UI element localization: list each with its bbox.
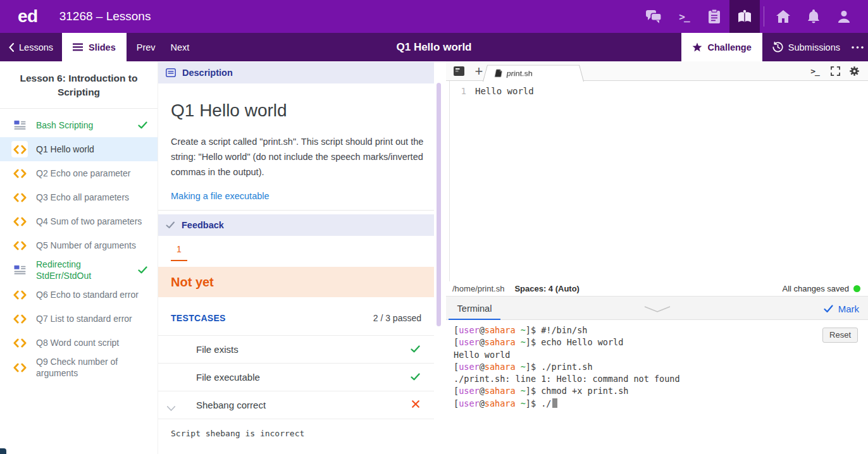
page-title: Q1 Hello world bbox=[396, 41, 471, 54]
terminal-output[interactable]: Reset [user@sahara ~]$ #!/bin/sh[user@sa… bbox=[446, 320, 868, 454]
prev-button[interactable]: Prev bbox=[137, 42, 156, 52]
slide-icon bbox=[11, 262, 28, 278]
code-editor[interactable]: 1 Hello world bbox=[449, 81, 868, 281]
testcase-detail: Script shebang is incorrect bbox=[158, 419, 434, 438]
feedback-section-header[interactable]: Feedback bbox=[158, 214, 434, 236]
sidebar-item-label: Q5 Number of arguments bbox=[36, 240, 151, 251]
line-number: 1 bbox=[450, 85, 466, 97]
terminal-tab-label: Terminal bbox=[457, 304, 492, 314]
sidebar-item[interactable]: Q1 Hello world bbox=[0, 137, 158, 161]
tab-challenge[interactable]: Challenge bbox=[681, 33, 762, 61]
sidebar-item[interactable]: Q4 Sum of two parameters bbox=[0, 209, 158, 233]
code-icon bbox=[11, 310, 28, 327]
user-icon-svg bbox=[837, 9, 851, 23]
testcase-row[interactable]: Shebang correct bbox=[158, 391, 434, 419]
attempt-tab-1[interactable]: 1 bbox=[171, 244, 187, 261]
code-icon bbox=[11, 334, 28, 351]
description-section-header[interactable]: Description bbox=[158, 62, 434, 83]
slide-icon-svg bbox=[14, 120, 26, 130]
terminal-prompt-line: [user@sahara ~]$ #!/bin/sh bbox=[454, 324, 868, 336]
prev-label: Prev bbox=[137, 42, 156, 52]
indent-setting[interactable]: Spaces: 4 (Auto) bbox=[514, 284, 580, 293]
tab-slides[interactable]: Slides bbox=[62, 33, 127, 61]
code-icon-svg bbox=[13, 169, 27, 178]
back-label: Lessons bbox=[19, 42, 53, 52]
submissions-button[interactable]: Submissions bbox=[772, 42, 840, 52]
sidebar-item-label: Q9 Check number of arguments bbox=[36, 356, 151, 379]
fullscreen-icon[interactable] bbox=[828, 61, 843, 81]
file-explorer-icon[interactable] bbox=[451, 61, 466, 81]
code-icon-svg bbox=[13, 290, 27, 300]
sidebar-item-label: Q3 Echo all parameters bbox=[36, 192, 151, 203]
file-path: /home/print.sh bbox=[452, 284, 504, 293]
code-icon-svg bbox=[13, 193, 27, 202]
question-title: Q1 Hello world bbox=[171, 101, 434, 121]
navbar: Lessons Slides Prev Next Q1 Hello world … bbox=[0, 33, 868, 61]
completed-check-icon bbox=[138, 121, 147, 129]
code-icon bbox=[11, 237, 28, 254]
tab-terminal[interactable]: Terminal bbox=[449, 297, 500, 321]
making-file-executable-link[interactable]: Making a file executable bbox=[171, 191, 270, 201]
sidebar-item[interactable]: Q6 Echo to standard error bbox=[0, 283, 158, 307]
sidebar-item[interactable]: Q2 Echo one parameter bbox=[0, 161, 158, 185]
course-title: 31268 – Lessons bbox=[59, 9, 151, 23]
terminal-prompt-line: [user@sahara ~]$ chmod +x print.sh bbox=[454, 385, 868, 397]
code-icon-svg bbox=[13, 314, 27, 324]
code-icon-svg bbox=[13, 338, 27, 348]
testcase-row[interactable]: File exists bbox=[158, 335, 434, 363]
lessons-book-icon[interactable] bbox=[729, 0, 760, 33]
terminal-glyph: >_ bbox=[679, 11, 688, 23]
clipboard-icon-svg bbox=[708, 9, 721, 24]
home-icon[interactable] bbox=[768, 0, 798, 33]
topbar-icons: >_ bbox=[638, 0, 868, 33]
discussion-icon[interactable] bbox=[638, 0, 669, 33]
back-to-lessons-button[interactable]: Lessons bbox=[9, 42, 53, 52]
workspaces-terminal-icon[interactable]: >_ bbox=[669, 0, 699, 33]
testcases-header: TESTCASES 2 / 3 passed bbox=[158, 313, 434, 323]
sidebar-item[interactable]: Bash Scripting bbox=[0, 113, 158, 137]
assessments-icon[interactable] bbox=[699, 0, 729, 33]
sidebar-item[interactable]: Q7 List to standard error bbox=[0, 307, 158, 331]
challenge-label: Challenge bbox=[708, 42, 752, 52]
sidebar-item[interactable]: Q5 Number of arguments bbox=[0, 233, 158, 257]
terminal-cursor bbox=[552, 398, 557, 408]
topbar-divider bbox=[764, 6, 764, 27]
corner-widget bbox=[0, 448, 6, 454]
sidebar-item[interactable]: Q9 Check number of arguments bbox=[0, 355, 158, 380]
mark-check-icon bbox=[824, 305, 833, 313]
testcase-fail-icon bbox=[411, 400, 420, 411]
lesson-sidebar: Lesson 6: Introduction to Scripting Bash… bbox=[0, 61, 158, 454]
sidebar-item[interactable]: Q8 Word count script bbox=[0, 331, 158, 355]
app-window: ed 31268 – Lessons >_ bbox=[0, 0, 868, 454]
reset-button[interactable]: Reset bbox=[822, 328, 858, 343]
testcase-name: Shebang correct bbox=[196, 400, 411, 410]
mark-button[interactable]: Mark bbox=[824, 297, 859, 321]
sidebar-item[interactable]: Q3 Echo all parameters bbox=[0, 185, 158, 209]
notifications-bell-icon[interactable] bbox=[798, 0, 829, 33]
editor-toolbar: + print.sh >_ bbox=[446, 61, 868, 81]
account-user-icon[interactable] bbox=[829, 0, 859, 33]
discussion-icon-svg bbox=[645, 9, 662, 24]
testcase-pass-icon bbox=[411, 344, 420, 355]
panel-scrollbar-thumb[interactable] bbox=[437, 83, 441, 326]
sidebar-item[interactable]: Redirecting StdErr/StdOut bbox=[0, 257, 158, 283]
collapse-terminal-handle[interactable] bbox=[643, 304, 671, 316]
chevron-down-icon[interactable] bbox=[166, 403, 176, 414]
code-icon bbox=[11, 141, 28, 157]
code-icon bbox=[11, 213, 28, 230]
next-button[interactable]: Next bbox=[171, 42, 190, 52]
settings-gear-icon[interactable] bbox=[846, 61, 862, 81]
code-icon bbox=[11, 165, 28, 181]
sidebar-item-label: Q8 Word count script bbox=[36, 337, 151, 348]
slide-icon-svg bbox=[14, 265, 26, 275]
more-menu-button[interactable] bbox=[846, 33, 868, 61]
terminal-prompt-line: [user@sahara ~]$ echo Hello world bbox=[454, 336, 868, 348]
editor-tab-printsh[interactable]: print.sh bbox=[483, 65, 584, 82]
ed-logo[interactable]: ed bbox=[18, 6, 38, 27]
code-icon bbox=[11, 286, 28, 303]
slide-icon bbox=[11, 117, 28, 133]
open-terminal-icon[interactable]: >_ bbox=[807, 61, 822, 81]
question-description: Create a script called "print.sh". This … bbox=[171, 134, 428, 180]
file-explorer-icon-svg bbox=[454, 66, 464, 76]
testcase-row[interactable]: File executable bbox=[158, 363, 434, 391]
